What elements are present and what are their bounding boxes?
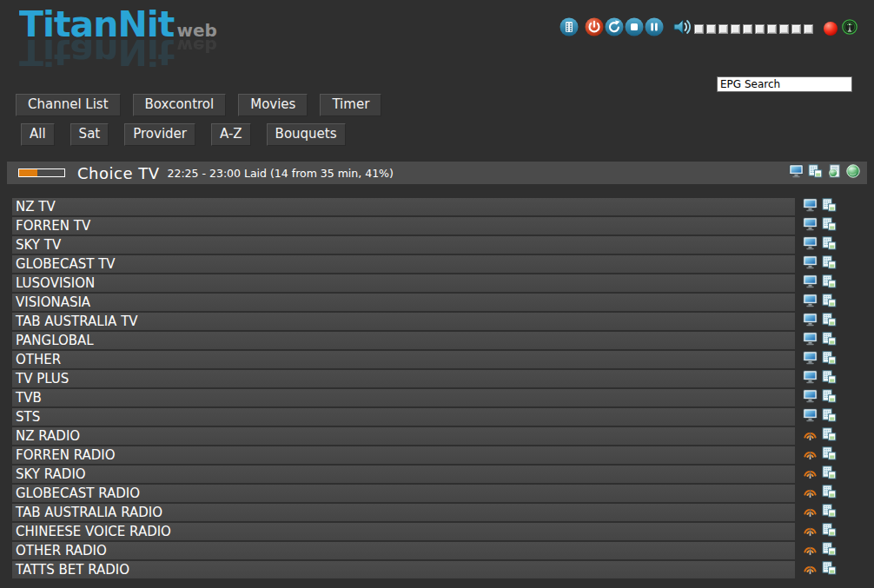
channel-name[interactable]: OTHER: [12, 351, 795, 368]
channel-name[interactable]: TV PLUS: [12, 370, 795, 387]
radio-icon[interactable]: [803, 466, 818, 483]
channel-epg-icon[interactable]: [822, 274, 837, 292]
channel-epg-icon[interactable]: [822, 332, 837, 349]
tv-icon[interactable]: [803, 313, 818, 330]
channel-epg-icon[interactable]: [808, 164, 823, 182]
channel-name[interactable]: VISIONASIA: [12, 294, 795, 311]
signal-icon[interactable]: [842, 19, 857, 38]
tv-icon[interactable]: [803, 217, 818, 235]
filter-button-bouquets[interactable]: Bouquets: [267, 123, 346, 146]
channel-epg-icon[interactable]: [822, 523, 837, 540]
speaker-icon[interactable]: [672, 17, 692, 40]
stop-icon[interactable]: [625, 17, 644, 40]
channel-name[interactable]: LUSOVISION: [12, 274, 795, 292]
tv-icon[interactable]: [803, 389, 818, 406]
nav-button-channel-list[interactable]: Channel List: [16, 94, 121, 116]
volume-segment[interactable]: [694, 24, 704, 34]
channel-name[interactable]: PANGLOBAL: [12, 332, 795, 349]
channel-name[interactable]: TATTS BET RADIO: [12, 561, 795, 578]
radio-icon[interactable]: [803, 427, 818, 445]
filter-button-provider[interactable]: Provider: [124, 123, 195, 146]
record-indicator[interactable]: [824, 22, 838, 36]
volume-segment[interactable]: [718, 24, 728, 34]
channel-name[interactable]: CHINEESE VOICE RADIO: [12, 523, 795, 540]
channel-name[interactable]: NZ RADIO: [12, 427, 795, 445]
channel-epg-icon[interactable]: [822, 217, 837, 235]
channel-row: STS: [12, 408, 839, 426]
channel-row: TAB AUSTRALIA TV: [12, 313, 839, 330]
channel-epg-icon[interactable]: [822, 485, 837, 502]
power-icon[interactable]: [585, 17, 604, 40]
channel-epg-icon[interactable]: [822, 408, 837, 426]
radio-icon[interactable]: [803, 542, 818, 559]
volume-segment[interactable]: [755, 24, 765, 34]
tv-icon[interactable]: [803, 198, 818, 215]
volume-segment[interactable]: [767, 24, 777, 34]
channel-epg-icon[interactable]: [822, 255, 837, 273]
radio-icon[interactable]: [803, 446, 818, 464]
channel-epg-icon[interactable]: [822, 198, 837, 215]
volume-segment[interactable]: [706, 24, 716, 34]
tv-icon[interactable]: [803, 408, 818, 426]
volume-segment[interactable]: [731, 24, 740, 34]
radio-icon[interactable]: [803, 523, 818, 540]
channel-row-actions: [803, 389, 837, 406]
tv-icon[interactable]: [803, 332, 818, 349]
channel-epg-icon[interactable]: [822, 351, 837, 368]
channel-epg-icon[interactable]: [822, 294, 837, 311]
tv-icon[interactable]: [803, 255, 818, 273]
tv-icon[interactable]: [803, 274, 818, 292]
globe-icon[interactable]: [846, 164, 860, 182]
channel-epg-icon[interactable]: [822, 313, 837, 330]
volume-segment[interactable]: [804, 24, 813, 34]
channel-epg-icon[interactable]: [822, 236, 837, 254]
channel-name[interactable]: SKY TV: [12, 236, 795, 254]
channel-epg-icon[interactable]: [822, 542, 837, 559]
channel-epg-icon[interactable]: [822, 446, 837, 464]
restart-icon[interactable]: [605, 17, 624, 40]
filter-button-all[interactable]: All: [21, 123, 55, 146]
channel-name[interactable]: GLOBECAST RADIO: [12, 485, 795, 502]
channel-name[interactable]: TAB AUSTRALIA RADIO: [12, 504, 795, 521]
volume-segment[interactable]: [779, 24, 789, 34]
radio-icon[interactable]: [803, 504, 818, 521]
channel-row-actions: [803, 542, 837, 559]
pause-icon[interactable]: [645, 17, 664, 40]
channel-epg-icon[interactable]: [822, 370, 837, 387]
remote-keypad-icon[interactable]: [559, 17, 579, 40]
channel-epg-icon[interactable]: [822, 561, 837, 578]
volume-segment[interactable]: [743, 24, 752, 34]
epg-search-input[interactable]: [717, 76, 852, 92]
channel-epg-icon[interactable]: [822, 466, 837, 483]
tv-icon[interactable]: [803, 370, 818, 387]
channel-name[interactable]: FORREN TV: [12, 217, 795, 235]
channel-name[interactable]: TVB: [12, 389, 795, 406]
tv-icon[interactable]: [803, 236, 818, 254]
multi-epg-icon[interactable]: [827, 164, 842, 182]
channel-epg-icon[interactable]: [822, 427, 837, 445]
filter-button-a-z[interactable]: A-Z: [211, 123, 251, 146]
channel-epg-icon[interactable]: [822, 504, 837, 521]
channel-name[interactable]: NZ TV: [12, 198, 795, 215]
channel-name[interactable]: GLOBECAST TV: [12, 255, 795, 273]
channel-name[interactable]: STS: [12, 408, 795, 426]
channel-name[interactable]: OTHER RADIO: [12, 542, 795, 559]
radio-icon[interactable]: [803, 485, 818, 502]
channel-epg-icon[interactable]: [822, 389, 837, 406]
nav-button-boxcontrol[interactable]: Boxcontrol: [133, 94, 227, 116]
main-nav: Channel ListBoxcontrolMoviesTimer: [16, 94, 394, 116]
tv-icon[interactable]: [803, 294, 818, 311]
volume-segment[interactable]: [791, 24, 801, 34]
channel-name[interactable]: TAB AUSTRALIA TV: [12, 313, 795, 330]
monitor-icon[interactable]: [789, 164, 804, 182]
channel-row: NZ RADIO: [12, 427, 839, 445]
channel-row: SKY RADIO: [12, 466, 839, 483]
tv-icon[interactable]: [803, 351, 818, 368]
filter-button-sat[interactable]: Sat: [70, 123, 109, 146]
nav-button-timer[interactable]: Timer: [320, 94, 381, 116]
channel-name[interactable]: FORREN RADIO: [12, 446, 795, 464]
channel-name[interactable]: SKY RADIO: [12, 466, 795, 483]
channel-row-actions: [803, 466, 837, 483]
nav-button-movies[interactable]: Movies: [238, 94, 308, 116]
radio-icon[interactable]: [803, 561, 818, 578]
